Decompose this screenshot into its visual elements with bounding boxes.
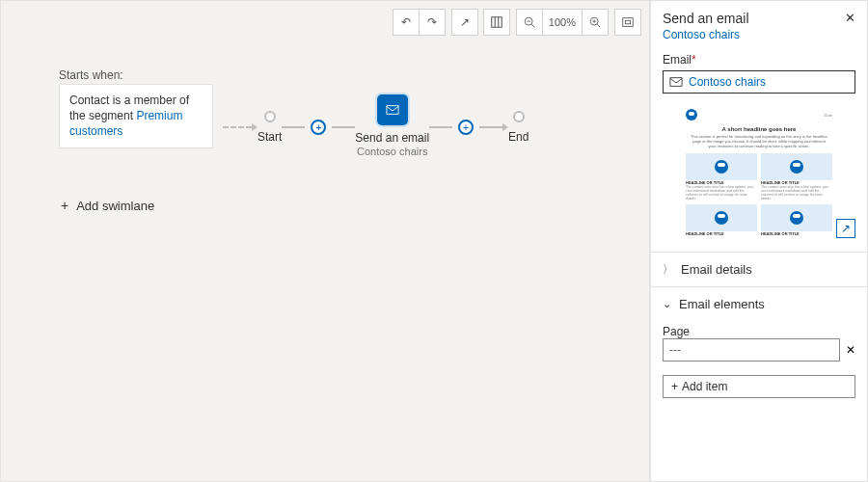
email-field-label: Email [663,53,692,67]
preview-date: Date [825,113,832,118]
email-details-section[interactable]: 〉 Email details [651,252,867,286]
email-select[interactable]: Contoso chairs [663,70,855,94]
plus-icon: + [61,198,68,213]
connector [332,126,355,128]
starts-when-label: Starts when: [59,68,123,82]
chevron-down-icon: ⌄ [663,298,671,310]
zoom-level[interactable]: 100% [542,9,583,36]
expand-preview-button[interactable]: ↗ [836,219,855,238]
preview-tile-cap: HEADLINE OR TITLE [686,231,757,236]
add-swimlane-button[interactable]: + Add swimlane [61,198,154,213]
svg-rect-8 [625,20,630,24]
start-node[interactable]: Start [258,111,282,144]
start-label: Start [258,130,282,144]
svg-line-4 [597,24,600,27]
action-title: Send an email [355,131,429,145]
properties-panel: Send an email Contoso chairs ✕ Email* Co… [650,0,868,482]
preview-headline: A short headline goes here [682,122,836,134]
email-select-value: Contoso chairs [689,75,766,89]
preview-tile-sub: The content area also has a few options:… [686,185,757,201]
panel-subtitle-link[interactable]: Contoso chairs [663,28,749,41]
send-email-tile [379,96,406,123]
page-input[interactable] [663,338,840,362]
preview-tile [761,204,832,231]
mail-icon [386,103,399,117]
preview-tile [686,204,757,231]
map-button[interactable] [483,9,510,36]
required-mark: * [692,53,696,67]
expand-button[interactable]: ↗ [451,9,478,36]
journey-canvas[interactable]: ↶ ↷ ↗ 100% Starts when: Contact is a mem… [0,0,650,482]
email-elements-label: Email elements [679,297,765,311]
map-icon [490,15,503,29]
zoom-out-icon [523,15,536,29]
journey-flow: Start + Send an email Contoso chairs + E… [223,96,529,157]
undo-button[interactable]: ↶ [393,9,420,36]
svg-rect-7 [623,18,634,27]
end-node[interactable]: End [508,111,529,144]
connector-dashed [223,126,252,128]
redo-button[interactable]: ↷ [419,9,446,36]
add-item-label: Add item [682,380,727,393]
trigger-card[interactable]: Contact is a member of the segment Premi… [59,84,213,148]
zoom-in-button[interactable] [582,9,609,36]
preview-tile [686,153,757,180]
mail-icon [669,75,683,89]
plus-icon: + [671,380,678,393]
end-label: End [508,130,529,144]
clear-page-button[interactable]: ✕ [846,343,855,357]
page-field-label: Page [663,325,855,338]
preview-tile [761,153,832,180]
svg-line-1 [531,24,534,27]
add-item-button[interactable]: + Add item [663,375,855,398]
add-swimlane-label: Add swimlane [76,199,154,213]
add-action-after-button[interactable]: + [458,120,474,135]
logo-icon [686,109,697,120]
action-subtitle: Contoso chairs [357,146,427,157]
end-circle-icon [513,111,525,122]
zoom-in-icon [588,15,602,29]
chevron-right-icon: 〉 [663,262,673,277]
email-preview: Date A short headline goes here This sec… [663,107,855,240]
fit-screen-icon [621,15,635,29]
email-details-label: Email details [681,262,752,277]
start-circle-icon [264,111,276,122]
fit-screen-button[interactable] [614,9,641,36]
panel-title: Send an email [663,11,749,26]
send-email-node[interactable]: Send an email Contoso chairs [355,96,429,157]
preview-subtext: This section is perfect for introducing … [682,134,836,153]
canvas-toolbar: ↶ ↷ ↗ 100% [393,9,641,36]
preview-tile-sub: The content area also has a few options:… [761,185,832,201]
close-panel-button[interactable]: ✕ [845,11,855,25]
add-action-before-button[interactable]: + [311,120,326,135]
connector [429,126,452,128]
connector [282,126,305,128]
zoom-out-button[interactable] [516,9,543,36]
preview-tile-cap: HEADLINE OR TITLE [761,231,832,236]
connector [479,126,502,128]
email-elements-section[interactable]: ⌄ Email elements [651,286,867,321]
